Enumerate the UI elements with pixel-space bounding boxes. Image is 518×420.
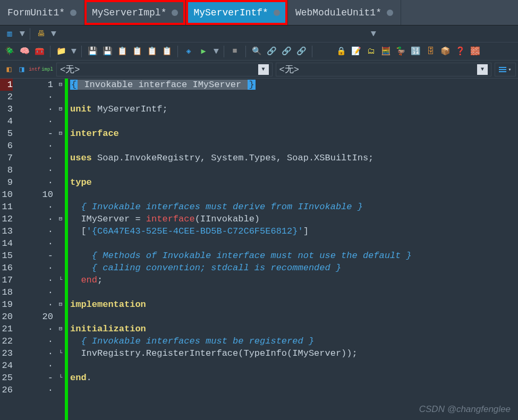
toolbar-button[interactable]: ❓ [454,45,466,58]
toolbar-button[interactable]: 📁 [55,45,67,58]
method-selector[interactable]: <无> ▼ [276,63,492,76]
line-number: 16 [0,262,13,274]
code-line[interactable] [70,91,518,103]
fold-toggle-icon[interactable]: └ [56,372,65,384]
nav-icon-1[interactable]: ◧ [3,64,15,75]
line-number: 25 [0,372,13,384]
code-line[interactable]: end. [70,372,518,384]
class-selector-text: <无> [60,63,80,75]
code-line[interactable] [70,115,518,127]
code-line[interactable]: initialization [70,323,518,335]
code-line[interactable]: { Invokable interfaces must be registere… [70,335,518,347]
toolbar-button[interactable]: 🦆 [394,45,407,58]
toolbar-button[interactable]: 🧱 [469,45,481,58]
code-line[interactable] [70,188,518,201]
fold-toggle-icon[interactable]: └ [56,347,65,359]
code-line[interactable]: unit MyServerIntf; [70,103,518,115]
code-line[interactable]: uses Soap.InvokeRegistry, System.Types, … [70,152,518,164]
code-line[interactable] [70,237,518,250]
toolbar-button[interactable]: 🔗 [265,45,278,58]
dropdown-arrow-icon[interactable]: ▼ [477,64,488,75]
toolbar-button[interactable]: 📋 [160,45,173,58]
toolbar-button[interactable]: 🔗 [295,45,308,58]
tab-webmoduleunit1[interactable]: WebModuleUnit1* [288,0,401,25]
line-number: 5 [0,127,13,140]
nav-icon-3[interactable]: intf [29,64,40,75]
line-number: 11 [0,201,13,213]
fold-toggle-icon[interactable]: ⊟ [56,127,65,140]
fold-gutter[interactable]: ⊟⊟⊟⊟└⊟⊟└└ [56,79,65,420]
fold-toggle-icon[interactable]: ⊟ [56,103,65,115]
fold-toggle-icon[interactable]: ⊟ [56,79,65,91]
code-line[interactable]: end; [70,274,518,286]
chevron-down-icon[interactable]: ⯆ [370,30,377,38]
gutter-mark: - [16,250,53,262]
toolbar-button[interactable]: 🧰 [33,45,46,58]
print-icon[interactable]: 🖶 [35,28,47,40]
code-line[interactable] [70,384,518,396]
tab-myserverintf[interactable]: MyServerIntf* [186,0,287,25]
gutter-mark: · [16,262,53,274]
code-content[interactable]: { Invokable interface IMyServer }unit My… [68,79,518,420]
code-line[interactable]: { Invokable interface IMyServer } [70,79,518,91]
code-line[interactable]: { Methods of Invokable interface must no… [70,250,518,262]
toolbar-button[interactable]: ◈ [182,45,195,58]
toolbar-button[interactable]: 🔢 [409,45,422,58]
line-number: 12 [0,213,13,225]
fold-toggle-icon[interactable]: ⊟ [56,213,65,225]
chevron-down-icon[interactable]: ⯆ [71,47,77,55]
toolbar-button[interactable]: 🔍 [250,45,263,58]
line-number: 18 [0,286,13,298]
fold-toggle-icon[interactable]: ⊟ [56,323,65,335]
toolbar-button[interactable]: 📝 [350,45,362,58]
code-line[interactable]: { calling convention; stdcall is recomme… [70,262,518,274]
component-icon[interactable]: ▥ [3,28,16,40]
nav-icon-4[interactable]: impl [41,64,53,75]
toolbar-button[interactable]: 🔒 [335,45,347,58]
toolbar-button[interactable]: ▶ [197,45,210,58]
tab-myserverimpl[interactable]: MyServerImpl* [84,0,186,25]
toolbar-button[interactable]: 🔗 [280,45,293,58]
code-line[interactable] [70,311,518,323]
toolbar-button[interactable]: 🪲 [3,45,16,58]
fold-toggle-icon[interactable]: └ [56,274,65,286]
chevron-down-icon[interactable]: ⯆ [19,30,26,38]
code-line[interactable] [70,164,518,176]
fold-toggle-icon[interactable]: ⊟ [56,298,65,311]
line-number: 13 [0,225,13,237]
toolbar-button[interactable]: 💾 [86,45,99,58]
gutter-mark: - [16,127,53,140]
code-line[interactable] [70,140,518,152]
toolbar-button[interactable]: 💾 [101,45,114,58]
tab-formunit1[interactable]: FormUnit1* [0,0,84,25]
toolbar-button[interactable]: 📋 [116,45,129,58]
toolbar-button[interactable]: 📋 [131,45,143,58]
view-toggle[interactable]: ▾ [495,63,516,76]
code-editor[interactable]: 1234567891011121314151617181920212223242… [0,79,518,420]
relative-gutter: 1···-····10····-····20····-· [16,79,56,420]
toolbar-button[interactable]: 🗄 [424,45,437,58]
code-line[interactable]: implementation [70,298,518,311]
code-line[interactable] [70,286,518,298]
toolbar-button[interactable]: 📋 [146,45,158,58]
code-line[interactable] [70,359,518,372]
line-number: 19 [0,298,13,311]
nav-icon-2[interactable]: ◨ [16,64,28,75]
code-line[interactable]: type [70,176,518,188]
code-line[interactable]: IMyServer = interface(IInvokable) [70,213,518,225]
class-selector[interactable]: <无> ▼ [56,63,273,76]
code-line[interactable]: { Invokable interfaces must derive from … [70,201,518,213]
chevron-down-icon[interactable]: ⯆ [213,47,219,55]
chevron-down-icon[interactable]: ⯆ [50,30,57,38]
code-line[interactable]: interface [70,127,518,140]
toolbar-button[interactable]: 📦 [439,45,452,58]
separator [30,28,30,40]
code-line[interactable]: ['{C6A47E43-525E-4CEE-BD5B-C72C6F5E6812}… [70,225,518,237]
toolbar-button[interactable]: 🧠 [18,45,31,58]
fold-toggle-icon [56,384,65,396]
toolbar-button[interactable]: 🗂 [364,45,377,58]
toolbar-button[interactable]: 🧮 [379,45,392,58]
dropdown-arrow-icon[interactable]: ▼ [258,64,269,75]
toolbar-button[interactable]: ■ [228,45,241,58]
code-line[interactable]: InvRegistry.RegisterInterface(TypeInfo(I… [70,347,518,359]
